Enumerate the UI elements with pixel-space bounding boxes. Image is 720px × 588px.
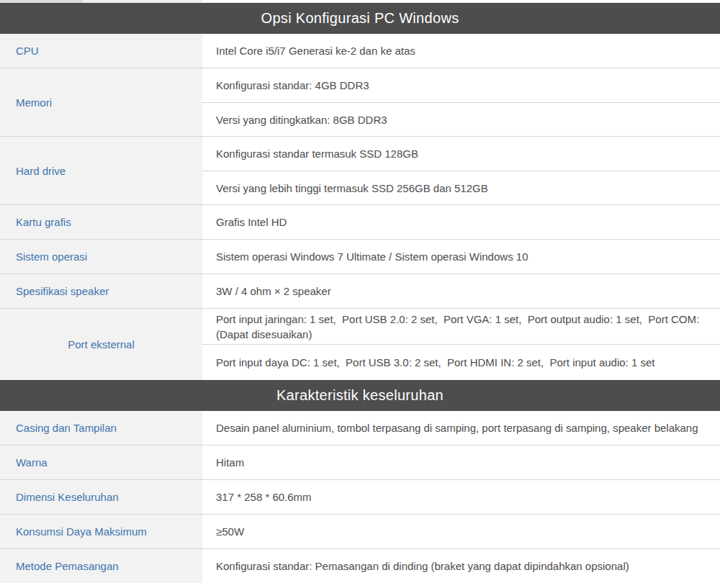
spec-sheet: Opsi Konfigurasi PC Windows CPU Intel Co… bbox=[0, 0, 720, 588]
spec-value: Port input daya DC: 1 set, Port USB 3.0:… bbox=[202, 344, 720, 380]
spec-label: Dimensi Keseluruhan bbox=[0, 480, 202, 514]
spec-values: Port input jaringan: 1 set, Port USB 2.0… bbox=[202, 309, 720, 380]
spec-row-port-eksternal: Port eksternal Port input jaringan: 1 se… bbox=[0, 308, 720, 380]
spec-value: Konfigurasi standar: 4GB DDR3 bbox=[202, 68, 720, 102]
spec-label: Konsumsi Daya Maksimum bbox=[0, 515, 202, 548]
spec-row-hard-drive: Hard drive Konfigurasi standar termasuk … bbox=[0, 136, 720, 204]
spec-row-metode-pemasangan: Metode Pemasangan Konfigurasi standar: P… bbox=[0, 548, 720, 583]
spec-value: Sistem operasi Windows 7 Ultimate / Sist… bbox=[202, 240, 720, 273]
spec-values: Intel Core i5/i7 Generasi ke-2 dan ke at… bbox=[202, 34, 720, 68]
cropped-row-sliver-right bbox=[202, 0, 720, 3]
spec-row-warna: Warna Hitam bbox=[0, 445, 720, 479]
spec-label: Spesifikasi speaker bbox=[0, 274, 202, 308]
spec-label: Casing dan Tampilan bbox=[0, 411, 202, 445]
cropped-row-sliver-left bbox=[0, 0, 83, 3]
spec-label: Port eksternal bbox=[0, 309, 202, 380]
spec-row-memori: Memori Konfigurasi standar: 4GB DDR3 Ver… bbox=[0, 68, 720, 136]
spec-label: Kartu grafis bbox=[0, 205, 202, 239]
spec-label: Hard drive bbox=[0, 137, 202, 204]
section-header-konfigurasi: Opsi Konfigurasi PC Windows bbox=[0, 3, 720, 34]
spec-values: Konfigurasi standar: Pemasangan di dindi… bbox=[202, 549, 720, 583]
spec-row-spesifikasi-speaker: Spesifikasi speaker 3W / 4 ohm × 2 speak… bbox=[0, 273, 720, 308]
spec-value: Intel Core i5/i7 Generasi ke-2 dan ke at… bbox=[202, 34, 720, 68]
spec-value: Grafis Intel HD bbox=[202, 205, 720, 239]
spec-value: 317 * 258 * 60.6mm bbox=[202, 480, 720, 514]
spec-values: 317 * 258 * 60.6mm bbox=[202, 480, 720, 514]
spec-label: Memori bbox=[0, 68, 202, 136]
spec-values: Grafis Intel HD bbox=[202, 205, 720, 239]
spec-value: ≥50W bbox=[202, 515, 720, 548]
spec-values: Konfigurasi standar termasuk SSD 128GB V… bbox=[202, 137, 720, 204]
spec-value: Versi yang lebih tinggi termasuk SSD 256… bbox=[202, 171, 720, 204]
spec-values: ≥50W bbox=[202, 515, 720, 548]
spec-value: Desain panel aluminium, tombol terpasang… bbox=[202, 411, 720, 445]
spec-values: Sistem operasi Windows 7 Ultimate / Sist… bbox=[202, 240, 720, 273]
spec-row-dimensi: Dimensi Keseluruhan 317 * 258 * 60.6mm bbox=[0, 479, 720, 514]
spec-values: 3W / 4 ohm × 2 speaker bbox=[202, 274, 720, 308]
spec-values: Hitam bbox=[202, 445, 720, 479]
spec-label: Warna bbox=[0, 445, 202, 479]
spec-value: Konfigurasi standar termasuk SSD 128GB bbox=[202, 137, 720, 171]
spec-row-kartu-grafis: Kartu grafis Grafis Intel HD bbox=[0, 204, 720, 239]
spec-value: 3W / 4 ohm × 2 speaker bbox=[202, 274, 720, 308]
spec-row-cpu: CPU Intel Core i5/i7 Generasi ke-2 dan k… bbox=[0, 34, 720, 68]
spec-row-casing: Casing dan Tampilan Desain panel alumini… bbox=[0, 411, 720, 445]
section-title: Opsi Konfigurasi PC Windows bbox=[261, 10, 459, 27]
spec-row-konsumsi-daya: Konsumsi Daya Maksimum ≥50W bbox=[0, 514, 720, 548]
spec-value: Port input jaringan: 1 set, Port USB 2.0… bbox=[202, 309, 720, 344]
spec-value: Hitam bbox=[202, 445, 720, 479]
section-header-karakteristik: Karakteristik keseluruhan bbox=[0, 380, 720, 411]
spec-label: Metode Pemasangan bbox=[0, 549, 202, 583]
spec-label: CPU bbox=[0, 34, 202, 68]
cropped-row-sliver-mid bbox=[83, 0, 202, 3]
section-title: Karakteristik keseluruhan bbox=[276, 387, 444, 404]
spec-row-sistem-operasi: Sistem operasi Sistem operasi Windows 7 … bbox=[0, 239, 720, 273]
spec-label: Sistem operasi bbox=[0, 240, 202, 273]
spec-values: Desain panel aluminium, tombol terpasang… bbox=[202, 411, 720, 445]
spec-value: Konfigurasi standar: Pemasangan di dindi… bbox=[202, 549, 720, 583]
spec-values: Konfigurasi standar: 4GB DDR3 Versi yang… bbox=[202, 68, 720, 136]
cropped-row-sliver bbox=[0, 0, 720, 3]
spec-value: Versi yang ditingkatkan: 8GB DDR3 bbox=[202, 102, 720, 136]
